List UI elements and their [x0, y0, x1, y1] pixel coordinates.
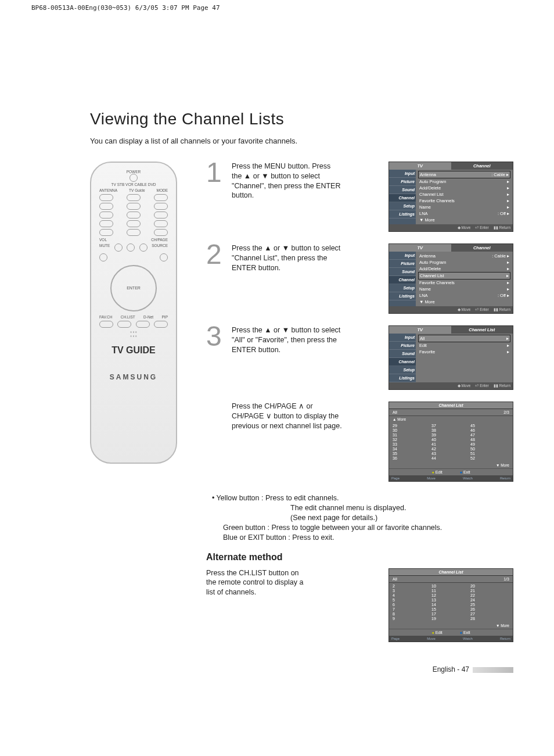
side-channel: Channel — [389, 358, 416, 366]
dnet-label: D-Net — [143, 315, 153, 319]
chlist-title: Channel List — [389, 402, 513, 409]
osd-footer: ◆ Move ⏎ Enter ▮▮ Return — [389, 224, 513, 231]
osd-menu-row: Auto Program ▸ — [418, 259, 510, 266]
osd-menu-row: Channel List ▸ — [418, 191, 510, 198]
osd-footer: ◆ Move ⏎ Enter ▮▮ Return — [389, 306, 513, 313]
osd-menu-row: Name ▸ — [418, 204, 510, 210]
osd-sidebar: Input Picture Sound Channel Setup Listin… — [389, 170, 416, 224]
tvguide-logo: TV GUIDE — [99, 345, 168, 356]
chlist-more: ▼ More — [389, 622, 513, 629]
step-number: 2 — [206, 243, 225, 266]
side-setup: Setup — [389, 366, 416, 374]
side-sound: Sound — [389, 350, 416, 358]
brand-logo: SAMSUNG — [99, 373, 168, 381]
step-number: 1 — [206, 162, 225, 184]
foot-enter: Enter — [480, 307, 489, 311]
osd-tab-tv: TV — [389, 244, 451, 252]
side-picture: Picture — [389, 342, 416, 350]
foot-return: Return — [499, 307, 510, 311]
side-picture: Picture — [389, 260, 416, 268]
yellow-label: • Yellow button : — [212, 494, 263, 502]
osd-menu-row: Favorite ▸ — [418, 349, 510, 355]
osd-menu-row: ▼ More — [418, 217, 510, 223]
step-text: Press the CH/PAGE ∧ or CH/PAGE ∨ button … — [232, 402, 342, 431]
foot-move: Move — [461, 384, 470, 388]
side-sound: Sound — [389, 268, 416, 276]
side-setup: Setup — [389, 202, 416, 210]
chlist-footer: PageMoveWatchReturn — [389, 475, 513, 481]
osd-tab-channel: Channel — [451, 162, 513, 170]
osd-screenshot-3: TV Channel List Input Picture Sound Chan… — [388, 325, 513, 390]
osd-menu-row: Favorite Channels ▸ — [418, 280, 510, 286]
chlist-grid: 2345678910111213141517192021222425262728 — [389, 583, 513, 622]
foot-move: Move — [461, 307, 470, 311]
chlist-label: CH.LIST — [121, 315, 135, 319]
foot-enter: Enter — [480, 384, 489, 388]
source-label: SOURCE — [152, 243, 168, 252]
osd-tab-channellist: Channel List — [451, 326, 513, 334]
antenna-label: ANTENNA — [99, 188, 117, 192]
osd-menu-row: ▼ More — [418, 299, 510, 305]
mode-label: MODE — [157, 188, 168, 192]
osd-footer: ◆ Move ⏎ Enter ▮▮ Return — [389, 382, 513, 389]
key-1 — [99, 203, 113, 210]
osd-screenshot-2: TV Channel Input Picture Sound Channel S… — [388, 243, 513, 314]
footer-bar-icon — [473, 667, 513, 673]
osd-sidebar: Input Picture Sound Channel Setup Listin… — [389, 334, 416, 382]
osd-menu-row: Auto Program ▸ — [418, 178, 510, 185]
step-number: 3 — [206, 325, 225, 347]
enter-label: ENTER — [127, 286, 141, 290]
channel-list-screenshot-2: Channel ListAll1/32345678910111213141517… — [388, 568, 513, 642]
mute-label: MUTE — [99, 243, 110, 252]
side-listings: Listings — [389, 374, 416, 382]
chlist-editbar: EditExit — [389, 629, 513, 636]
side-picture: Picture — [389, 178, 416, 186]
osd-menu-row: LNA: Off ▸ — [418, 292, 510, 299]
chlist-footer: PageMoveWatchReturn — [389, 636, 513, 642]
remote-column: POWER TV STB VCR CABLE DVD ANTENNA TV Gu… — [90, 162, 189, 464]
dpad: ENTER — [110, 265, 157, 311]
side-channel: Channel — [389, 276, 416, 284]
step-text: Press the ▲ or ▼ button to select "Chann… — [232, 243, 342, 273]
osd-menu-row: Add/Delete ▸ — [418, 185, 510, 191]
device-row: TV STB VCR CABLE DVD — [99, 182, 168, 187]
osd-menu-row: Add/Delete ▸ — [418, 266, 510, 272]
osd-tab-tv: TV — [389, 326, 451, 334]
button-notes: • Yellow button : Press to edit channels… — [212, 493, 513, 542]
side-listings: Listings — [389, 292, 416, 300]
side-input: Input — [389, 334, 416, 342]
pip-label: PIP — [161, 315, 167, 319]
chlist-subheader: All1/3 — [389, 576, 513, 583]
osd-screenshot-1: TV Channel Input Picture Sound Channel S… — [388, 162, 513, 232]
foot-return: Return — [499, 225, 510, 230]
page-footer: English - 47 — [206, 665, 513, 673]
page-number: English - 47 — [433, 665, 469, 673]
step-2: 2 Press the ▲ or ▼ button to select "Cha… — [206, 243, 513, 314]
osd-menu-row: Favorite Channels ▸ — [418, 198, 510, 204]
osd-menu-row: LNA: Off ▸ — [418, 210, 510, 217]
power-label: POWER — [99, 170, 168, 174]
chlist-subheader: All2/3 — [389, 409, 513, 416]
print-slug: BP68-00513A-00Eng(030~053) 6/3/05 3:07 P… — [31, 5, 220, 11]
chlist-title: Channel List — [389, 569, 513, 576]
tvguide-label: TV Guide — [129, 188, 145, 192]
osd-menu-row: All ▸ — [418, 335, 510, 342]
bottom-labels: FAV.CH CH.LIST D-Net PIP — [99, 315, 168, 319]
green-label: Green button : — [223, 524, 269, 532]
side-input: Input — [389, 170, 416, 178]
foot-enter: Enter — [480, 225, 489, 230]
mode-row: ANTENNA TV Guide MODE — [99, 188, 168, 192]
step-1: 1 Press the MENU button. Press the ▲ or … — [206, 162, 513, 232]
chlist-grid: 2930313233343536373839404142434445464748… — [389, 422, 513, 462]
step-text: Press the ▲ or ▼ button to select "All" … — [232, 325, 342, 355]
yellow-line3: (See next page for details.) — [212, 513, 513, 523]
main-column: 1 Press the MENU button. Press the ▲ or … — [206, 162, 513, 673]
osd-sidebar: Input Picture Sound Channel Setup Listin… — [389, 252, 416, 306]
osd-menu-row: Channel List ▸ — [418, 272, 510, 280]
channel-list-screenshot-1: Channel ListAll2/3▲ More2930313233343536… — [388, 402, 513, 482]
foot-move: Move — [461, 225, 470, 230]
osd-menu-row: Edit ▸ — [418, 342, 510, 349]
osd-menu-row: Antenna: Cable ▸ — [418, 253, 510, 259]
alternate-text: Press the CH.LIST button on the remote c… — [206, 568, 311, 642]
osd-tab-tv: TV — [389, 162, 451, 170]
